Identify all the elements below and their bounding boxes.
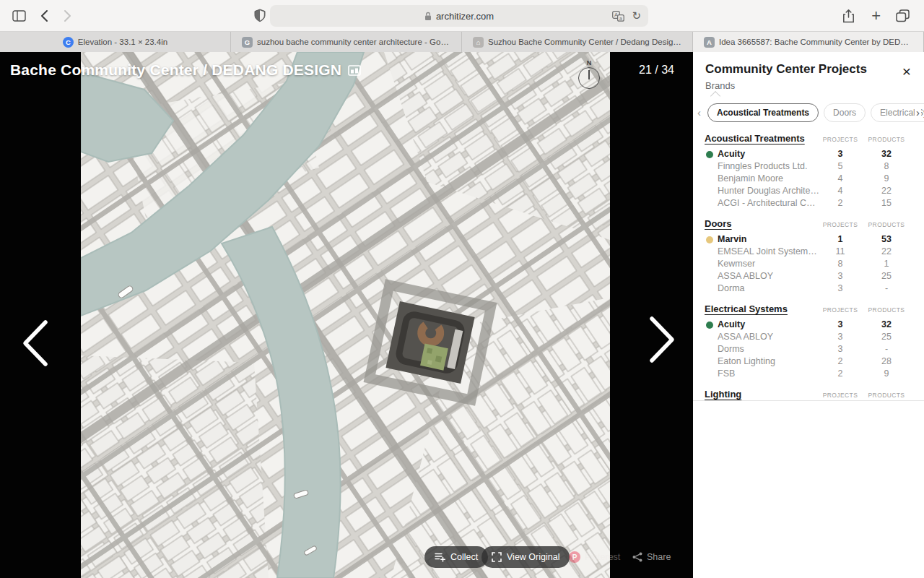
brand-row[interactable]: ASSA ABLOY 3 25 xyxy=(705,330,912,342)
browser-tab[interactable]: ⌂ Suzhou Bache Community Center / Dedang… xyxy=(462,32,693,52)
brand-projects-count: 4 xyxy=(820,186,860,196)
svg-text:a: a xyxy=(620,15,623,20)
pinterest-button[interactable]: P Pinterest xyxy=(569,547,620,567)
brand-name: Kewmser xyxy=(718,259,755,269)
site-plan-image[interactable] xyxy=(81,52,610,578)
brand-row[interactable]: Acuity 3 32 xyxy=(705,318,912,330)
brand-row[interactable]: Eaton Lighting 2 28 xyxy=(705,355,912,367)
tab-bar: C Elevation - 33.1 × 23.4in G suzhou bac… xyxy=(0,32,924,52)
tab-overview-icon[interactable] xyxy=(896,9,910,22)
section-title: Electrical Systems xyxy=(705,303,820,314)
brand-name: Marvin xyxy=(718,234,746,244)
brand-projects-count: 3 xyxy=(820,319,860,329)
reload-icon[interactable]: ↻ xyxy=(632,9,641,22)
brand-name: Eaton Lighting xyxy=(718,356,775,366)
brand-name: ASSA ABLOY xyxy=(718,271,773,281)
brand-products-count: 22 xyxy=(860,186,912,196)
previous-image-button[interactable] xyxy=(22,319,49,367)
brand-products-count: - xyxy=(860,283,912,293)
brand-row[interactable]: Kewmser 8 1 xyxy=(705,257,912,269)
brand-products-count: 22 xyxy=(860,246,912,256)
brand-dot-icon xyxy=(706,236,713,243)
brand-sections: Acoustical Treatments PROJECTS PRODUCTS … xyxy=(693,130,924,401)
projects-column-header: PROJECTS xyxy=(820,306,860,314)
privacy-shield-icon[interactable] xyxy=(254,9,266,22)
brand-projects-count: 3 xyxy=(820,283,860,293)
brand-projects-count: 4 xyxy=(820,173,860,184)
sidebar-toggle-icon[interactable] xyxy=(12,10,26,22)
pinterest-icon: P xyxy=(569,551,580,563)
section-title: Doors xyxy=(705,218,820,229)
brand-name: Finngles Products Ltd. xyxy=(718,161,807,171)
view-original-button[interactable]: View Original xyxy=(481,546,570,568)
browser-tab[interactable]: A Idea 3665587: Bache Community Center b… xyxy=(693,32,924,52)
brand-row[interactable]: Acuity 3 32 xyxy=(705,147,912,160)
brand-row[interactable]: Finngles Products Ltd. 5 8 xyxy=(705,160,912,172)
brand-projects-count: 3 xyxy=(820,149,860,159)
projects-column-header: PROJECTS xyxy=(820,392,860,400)
sidebar-subtitle[interactable]: Brands xyxy=(693,77,924,91)
products-column-header: PRODUCTS xyxy=(860,306,912,314)
back-icon[interactable] xyxy=(40,9,48,22)
chips-scroll-left-icon[interactable]: ‹ xyxy=(696,105,702,119)
brand-dot-icon xyxy=(706,151,713,158)
brand-row[interactable]: EMSEAL Joint Systems, Ltd. 11 22 xyxy=(705,245,912,257)
brand-projects-count: 3 xyxy=(820,332,860,342)
gallery-icon xyxy=(348,65,361,76)
brand-products-count: 32 xyxy=(860,319,912,329)
brand-name: Hunter Douglas Architectural xyxy=(718,186,820,196)
address-bar[interactable]: architizer.com Aa ↻ xyxy=(270,5,648,27)
brand-section: Lighting PROJECTS PRODUCTS Acuity 3 32 xyxy=(705,389,912,401)
products-column-header: PRODUCTS xyxy=(860,136,912,144)
brand-projects-count: 8 xyxy=(820,259,860,269)
brand-name: Acuity xyxy=(718,319,745,329)
category-chip[interactable]: Acoustical Treatments xyxy=(707,103,819,122)
new-tab-icon[interactable]: + xyxy=(871,7,881,25)
expand-icon xyxy=(492,552,502,562)
popover-caret xyxy=(710,91,720,101)
brand-projects-count: 2 xyxy=(820,368,860,379)
brand-projects-count: 3 xyxy=(820,271,860,281)
brand-row[interactable]: Hunter Douglas Architectural 4 22 xyxy=(705,184,912,197)
brand-products-count: 1 xyxy=(860,259,912,269)
brand-row[interactable]: Benjamin Moore 4 9 xyxy=(705,172,912,184)
brand-row[interactable]: Marvin 1 53 xyxy=(705,233,912,245)
close-icon[interactable]: × xyxy=(900,61,913,81)
chips-scroll-right-icon[interactable]: › xyxy=(915,105,921,119)
brands-sidebar: Community Center Projects Brands × ‹ Aco… xyxy=(693,52,924,578)
share-page-icon[interactable] xyxy=(842,9,855,23)
brand-projects-count: 5 xyxy=(820,161,860,171)
brand-projects-count: 2 xyxy=(820,198,860,208)
browser-tab[interactable]: C Elevation - 33.1 × 23.4in xyxy=(0,32,231,52)
lock-icon xyxy=(424,12,432,21)
collect-button[interactable]: Collect xyxy=(424,546,488,568)
translate-icon[interactable]: Aa xyxy=(612,11,624,22)
brand-products-count: 53 xyxy=(860,234,912,244)
brand-name: EMSEAL Joint Systems, Ltd. xyxy=(718,246,820,256)
browser-tab[interactable]: G suzhou bache community center architec… xyxy=(231,32,462,52)
brand-products-count: 9 xyxy=(860,368,912,379)
share-button[interactable]: Share xyxy=(632,547,671,567)
brand-products-count: 25 xyxy=(860,271,912,281)
brand-row[interactable]: ASSA ABLOY 3 25 xyxy=(705,269,912,282)
brand-row[interactable]: FSB 2 9 xyxy=(705,367,912,379)
brand-name: FSB xyxy=(718,368,735,379)
next-image-button[interactable] xyxy=(648,316,676,363)
brand-section: Doors PROJECTS PRODUCTS Marvin 1 53 EMSE… xyxy=(705,218,912,294)
brand-name: Dorma xyxy=(718,283,745,293)
category-chip[interactable]: Doors xyxy=(824,103,866,122)
brand-products-count: 15 xyxy=(860,198,912,208)
forward-icon[interactable] xyxy=(64,9,71,22)
brand-row[interactable]: ACGI - Architectural Compo... 2 15 xyxy=(705,197,912,209)
brand-rows: Acuity 3 32 Finngles Products Ltd. 5 8 B… xyxy=(705,147,912,209)
brand-dot-icon xyxy=(706,322,713,329)
tab-favicon-icon: G xyxy=(242,37,253,48)
brand-section: Electrical Systems PROJECTS PRODUCTS Acu… xyxy=(705,303,912,379)
collect-icon xyxy=(435,552,445,562)
tab-favicon-icon: C xyxy=(63,37,74,48)
brand-row[interactable]: Dorma 3 - xyxy=(705,282,912,294)
brand-section: Acoustical Treatments PROJECTS PRODUCTS … xyxy=(705,133,912,209)
brand-projects-count: 11 xyxy=(820,246,860,256)
brand-products-count: 25 xyxy=(860,332,912,342)
brand-row[interactable]: Dorms 3 - xyxy=(705,342,912,355)
